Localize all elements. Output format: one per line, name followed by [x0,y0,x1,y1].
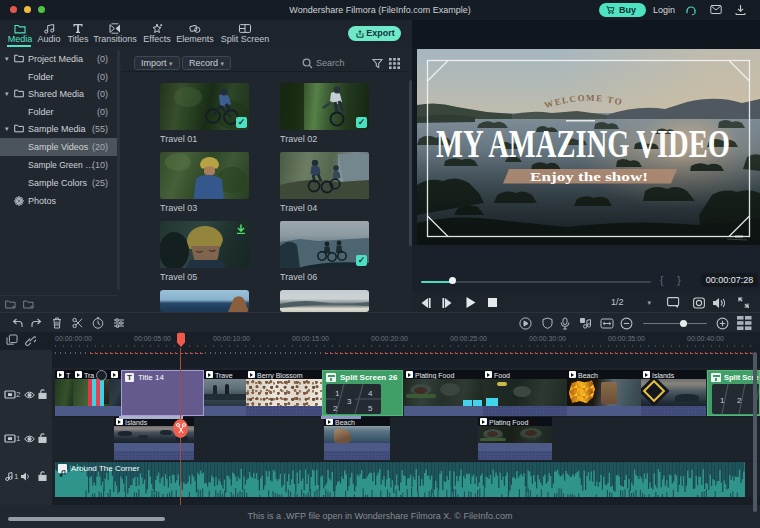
svg-text:4: 4 [368,389,373,398]
svg-text:3: 3 [347,397,352,406]
svg-text:2: 2 [737,396,742,405]
svg-text:2: 2 [333,404,338,413]
svg-text:1: 1 [720,396,725,405]
svg-text:5: 5 [368,404,373,413]
svg-text:MY AMAZING VIDEO: MY AMAZING VIDEO [436,120,730,166]
svg-text:Enjoy the show!: Enjoy the show! [530,169,648,184]
svg-text:1: 1 [335,389,340,398]
